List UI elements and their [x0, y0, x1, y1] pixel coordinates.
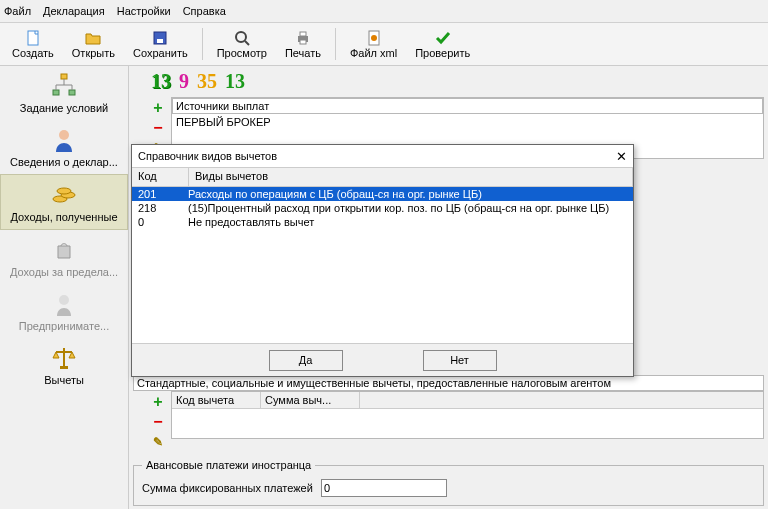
deductions-header: Стандартные, социальные и имущественные …: [133, 375, 764, 391]
advance-input[interactable]: [321, 479, 447, 497]
preview-icon: [234, 30, 250, 46]
dialog-close-button[interactable]: ✕: [611, 147, 631, 165]
dialog-title: Справочник видов вычетов: [138, 150, 277, 162]
sidebar-conditions[interactable]: Задание условий: [0, 66, 128, 120]
svg-rect-0: [28, 31, 38, 45]
deduction-col-code: Код вычета: [172, 392, 261, 408]
scale-icon: [50, 344, 78, 372]
save-icon: [152, 30, 168, 46]
add-deduction-button[interactable]: +: [149, 393, 167, 411]
tax-rate-tabs: 13 9 35 13: [133, 70, 764, 93]
svg-rect-10: [61, 74, 67, 79]
advance-fieldset: Авансовые платежи иностранца Сумма фикси…: [133, 459, 764, 506]
toolbar-open[interactable]: Открыть: [64, 24, 123, 64]
deduction-col-sum: Сумма выч...: [261, 392, 360, 408]
toolbar-save[interactable]: Сохранить: [125, 24, 196, 64]
deductions-panel: Стандартные, социальные и имущественные …: [133, 375, 764, 453]
xml-file-icon: [366, 30, 382, 46]
edit-deduction-button[interactable]: ✎: [149, 433, 167, 451]
check-icon: [435, 30, 451, 46]
deduction-types-dialog: Справочник видов вычетов ✕ Код Виды выче…: [131, 144, 634, 377]
sidebar-deductions[interactable]: Вычеты: [0, 338, 128, 392]
tree-icon: [50, 72, 78, 100]
toolbar-print[interactable]: Печать: [277, 24, 329, 64]
svg-rect-7: [300, 40, 306, 44]
dialog-grid-body[interactable]: 201Расходы по операциям с ЦБ (обращ-ся н…: [132, 187, 633, 343]
dialog-row[interactable]: 201Расходы по операциям с ЦБ (обращ-ся н…: [132, 187, 633, 201]
dialog-grid-header: Код Виды вычетов: [132, 168, 633, 187]
dialog-col-code[interactable]: Код: [132, 168, 189, 186]
svg-point-13: [59, 130, 69, 140]
toolbar-preview[interactable]: Просмотр: [209, 24, 275, 64]
svg-line-4: [245, 41, 249, 45]
svg-point-16: [57, 188, 71, 194]
advance-legend: Авансовые платежи иностранца: [142, 459, 315, 471]
sidebar-income-abroad[interactable]: Доходы за предела...: [0, 230, 128, 284]
dialog-col-type[interactable]: Виды вычетов: [189, 168, 633, 186]
worker-icon: [50, 290, 78, 318]
svg-point-9: [371, 35, 377, 41]
tax-tab-13b[interactable]: 13: [223, 70, 247, 93]
menu-declaration[interactable]: Декларация: [43, 5, 105, 17]
dialog-no-button[interactable]: Нет: [423, 350, 497, 371]
dialog-row[interactable]: 218(15)Процентный расход при открытии ко…: [132, 201, 633, 215]
toolbar: Создать Открыть Сохранить Просмотр Печат…: [0, 23, 768, 66]
bag-icon: [50, 236, 78, 264]
print-icon: [295, 30, 311, 46]
menubar: Файл Декларация Настройки Справка: [0, 0, 768, 23]
menu-file[interactable]: Файл: [4, 5, 31, 17]
svg-rect-20: [60, 366, 68, 369]
svg-rect-2: [157, 39, 163, 43]
tax-tab-13a[interactable]: 13: [149, 70, 173, 93]
toolbar-create[interactable]: Создать: [4, 24, 62, 64]
source-row[interactable]: ПЕРВЫЙ БРОКЕР: [172, 114, 763, 130]
open-folder-icon: [85, 30, 101, 46]
svg-point-3: [236, 32, 246, 42]
add-source-button[interactable]: +: [149, 99, 167, 117]
dialog-yes-button[interactable]: Да: [269, 350, 343, 371]
svg-rect-11: [53, 90, 59, 95]
dialog-row[interactable]: 0Не предоставлять вычет: [132, 215, 633, 229]
toolbar-separator: [202, 28, 203, 60]
sources-header: Источники выплат: [172, 98, 763, 114]
toolbar-check[interactable]: Проверить: [407, 24, 478, 64]
person-icon: [50, 126, 78, 154]
remove-deduction-button[interactable]: −: [149, 413, 167, 431]
toolbar-separator: [335, 28, 336, 60]
sidebar-entrepreneur[interactable]: Предпринимате...: [0, 284, 128, 338]
remove-source-button[interactable]: −: [149, 119, 167, 137]
svg-point-17: [59, 295, 69, 305]
new-file-icon: [25, 30, 41, 46]
tax-tab-9[interactable]: 9: [177, 70, 191, 93]
advance-label: Сумма фиксированных платежей: [142, 482, 313, 494]
sidebar-income-ru[interactable]: Доходы, полученные: [0, 174, 128, 230]
toolbar-xml[interactable]: Файл xml: [342, 24, 405, 64]
svg-rect-12: [69, 90, 75, 95]
sidebar-declarant[interactable]: Сведения о деклар...: [0, 120, 128, 174]
menu-help[interactable]: Справка: [183, 5, 226, 17]
svg-rect-6: [300, 32, 306, 36]
tax-tab-35[interactable]: 35: [195, 70, 219, 93]
coins-icon: [50, 181, 78, 209]
sidebar: Задание условий Сведения о деклар... Дох…: [0, 66, 129, 509]
menu-settings[interactable]: Настройки: [117, 5, 171, 17]
